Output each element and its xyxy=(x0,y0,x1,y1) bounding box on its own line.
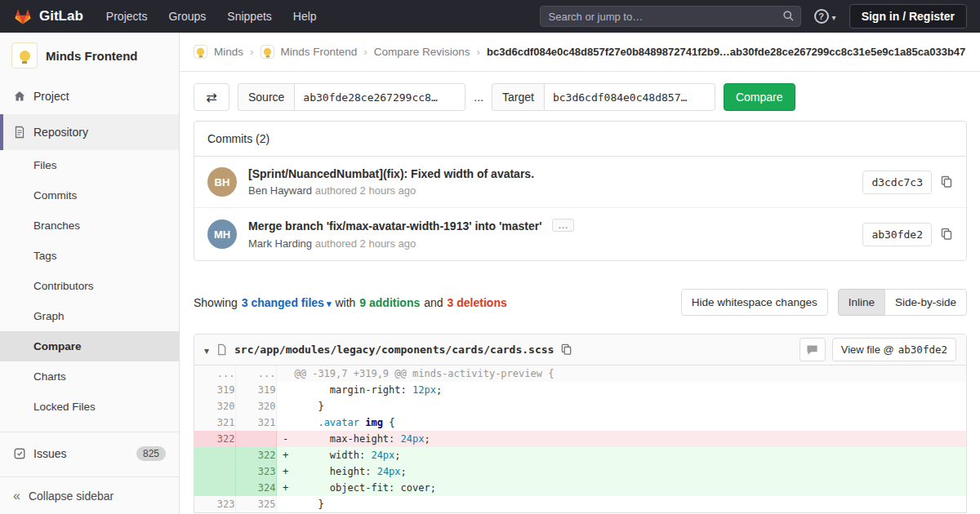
compare-form: Source ... Target Compare xyxy=(194,83,967,111)
sidebar-item-branches[interactable]: Branches xyxy=(0,210,179,241)
repository-icon xyxy=(13,126,26,139)
sidebar-item-tags[interactable]: Tags xyxy=(0,241,179,271)
diff-sign: + xyxy=(277,480,295,496)
line-number[interactable]: 324 xyxy=(235,480,276,496)
breadcrumb-compare-revisions[interactable]: Compare Revisions xyxy=(374,46,470,58)
project-header-link[interactable]: Minds Frontend xyxy=(0,33,179,78)
sidebar-item-commits[interactable]: Commits xyxy=(0,180,179,210)
line-number[interactable] xyxy=(235,431,276,447)
breadcrumb-minds-frontend[interactable]: Minds Frontend xyxy=(281,46,358,58)
copy-sha-icon[interactable] xyxy=(940,175,953,188)
line-number[interactable]: ... xyxy=(235,366,276,382)
gitlab-logo-link[interactable]: GitLab xyxy=(13,7,83,26)
top-navbar: GitLab Projects Groups Snippets Help ? S… xyxy=(0,0,980,33)
diff-line: 324+ object-fit: cover; xyxy=(194,480,966,496)
toggle-comments-button[interactable] xyxy=(800,338,826,361)
compare-button[interactable]: Compare xyxy=(724,83,795,111)
avatar: BH xyxy=(207,167,237,197)
line-number[interactable]: ... xyxy=(194,366,235,382)
copy-sha-icon[interactable] xyxy=(940,228,953,241)
line-number[interactable]: 320 xyxy=(235,398,276,414)
chevron-down-icon xyxy=(832,9,836,24)
side-by-side-view-button[interactable]: Side-by-side xyxy=(884,289,967,316)
and-label: and xyxy=(424,296,443,309)
diff-line: 322- max-height: 24px; xyxy=(194,431,966,447)
commit-sha-link[interactable]: ab30fde2 xyxy=(862,223,932,246)
line-number[interactable]: 323 xyxy=(235,463,276,480)
sidebar-item-label: Repository xyxy=(33,126,88,139)
sidebar-item-repository[interactable]: Repository xyxy=(0,114,179,150)
commits-panel: Commits (2) BH [Sprint/NuancedNumbat](fi… xyxy=(194,121,967,261)
commit-sha-link[interactable]: d3cdc7c3 xyxy=(862,171,932,194)
target-ref-input[interactable] xyxy=(544,83,715,111)
commit-meta: Ben Hayward authored 2 hours ago xyxy=(248,184,851,197)
breadcrumb-separator xyxy=(477,46,481,58)
sidebar-item-issues[interactable]: Issues 825 xyxy=(0,436,179,472)
diff-code: + width: 24px; xyxy=(276,447,966,463)
hide-whitespace-button[interactable]: Hide whitespace changes xyxy=(681,289,828,316)
collapse-icon xyxy=(13,489,20,503)
nav-menu: Projects Groups Snippets Help xyxy=(106,10,317,23)
showing-label: Showing xyxy=(194,296,238,309)
line-number[interactable]: 325 xyxy=(235,496,276,512)
commit-title-link[interactable]: Merge branch 'fix/max-avatar-width-1913'… xyxy=(248,219,542,233)
line-number[interactable]: 319 xyxy=(194,382,235,398)
sidebar-item-graph[interactable]: Graph xyxy=(0,301,179,331)
sidebar-item-locked-files[interactable]: Locked Files xyxy=(0,392,179,422)
brand-name: GitLab xyxy=(39,8,83,24)
line-number[interactable] xyxy=(194,463,235,480)
collapse-file-caret-icon[interactable] xyxy=(204,343,209,357)
sidebar-item-files[interactable]: Files xyxy=(0,150,179,180)
commit-author-link[interactable]: Mark Harding xyxy=(248,237,312,250)
diff-code: } xyxy=(276,496,966,512)
view-file-label: View file @ xyxy=(841,343,894,356)
project-name: Minds Frontend xyxy=(46,49,138,63)
nav-item-groups[interactable]: Groups xyxy=(168,10,206,23)
breadcrumb-minds[interactable]: Minds xyxy=(214,46,243,58)
changed-files-dropdown[interactable]: 3 changed files xyxy=(242,296,332,309)
additions-count: 9 additions xyxy=(359,296,420,309)
sign-in-button[interactable]: Sign in / Register xyxy=(849,4,967,29)
swap-revisions-button[interactable] xyxy=(194,83,229,111)
line-number[interactable]: 320 xyxy=(194,398,235,414)
deletions-count: 3 deletions xyxy=(448,296,507,309)
sidebar-item-contributors[interactable]: Contributors xyxy=(0,271,179,301)
line-number[interactable]: 322 xyxy=(235,447,276,463)
source-ref-input[interactable] xyxy=(294,83,466,111)
avatar: MH xyxy=(207,219,237,249)
nav-item-projects[interactable]: Projects xyxy=(106,10,148,23)
sidebar-item-compare[interactable]: Compare xyxy=(0,331,179,361)
inline-view-button[interactable]: Inline xyxy=(838,289,885,316)
diff-line: ......@@ -319,7 +319,9 @@ minds-activity… xyxy=(194,366,966,382)
file-path: src/app/modules/legacy/components/cards/… xyxy=(234,343,554,356)
diff-code: + height: 24px; xyxy=(276,463,966,480)
line-number[interactable] xyxy=(194,447,235,463)
search-input[interactable] xyxy=(540,6,801,27)
line-number[interactable]: 323 xyxy=(194,496,235,512)
line-number[interactable]: 319 xyxy=(235,382,276,398)
range-dots: ... xyxy=(474,91,483,104)
line-number[interactable] xyxy=(194,480,235,496)
line-number[interactable]: 321 xyxy=(235,414,276,431)
issues-count-badge: 825 xyxy=(136,446,166,461)
help-dropdown[interactable]: ? xyxy=(814,9,836,24)
commit-author-link[interactable]: Ben Hayward xyxy=(248,184,312,197)
breadcrumb-separator xyxy=(250,46,254,58)
nav-item-help[interactable]: Help xyxy=(293,10,317,23)
nav-item-snippets[interactable]: Snippets xyxy=(227,10,271,23)
home-icon xyxy=(13,90,26,103)
project-avatar xyxy=(11,42,38,69)
commit-title-link[interactable]: [Sprint/NuancedNumbat](fix): Fixed width… xyxy=(248,167,851,180)
collapse-sidebar-button[interactable]: Collapse sidebar xyxy=(0,476,179,514)
issues-icon xyxy=(13,447,26,460)
expand-commit-message-button[interactable]: … xyxy=(552,219,574,232)
line-number[interactable]: 322 xyxy=(194,431,235,447)
view-file-button[interactable]: View file @ ab30fde2 xyxy=(832,338,956,361)
copy-file-path-icon[interactable] xyxy=(560,343,572,356)
sidebar-item-project[interactable]: Project xyxy=(0,78,179,114)
sidebar-item-charts[interactable]: Charts xyxy=(0,361,179,392)
search-icon xyxy=(782,10,795,25)
line-number[interactable]: 321 xyxy=(194,414,235,431)
diff-code: .avatar img { xyxy=(276,414,966,431)
diff-line: 321321 .avatar img { xyxy=(194,414,966,431)
